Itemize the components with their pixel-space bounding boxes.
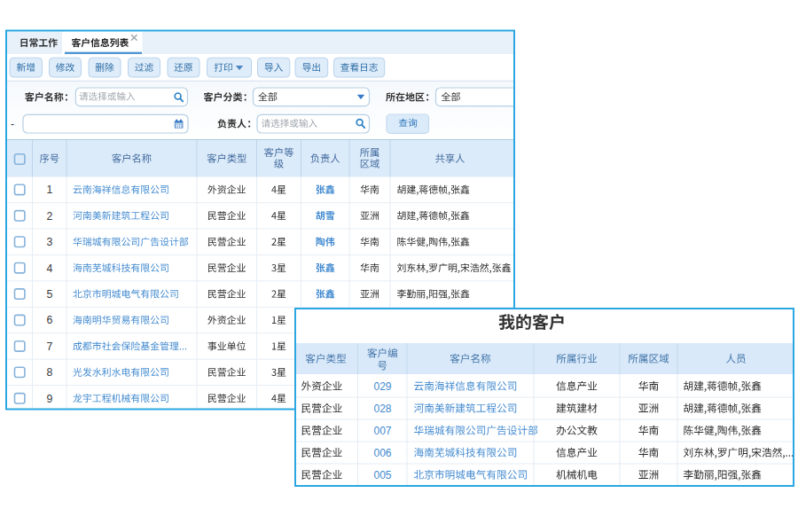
- svg-text:-: -: [11, 118, 14, 130]
- svg-text:007: 007: [373, 425, 391, 437]
- svg-text:028: 028: [373, 403, 391, 415]
- svg-text:5: 5: [46, 288, 52, 301]
- svg-text:1: 1: [46, 184, 52, 196]
- svg-text:7: 7: [46, 340, 52, 353]
- svg-text:8: 8: [46, 366, 52, 379]
- svg-text:9: 9: [46, 393, 52, 405]
- svg-text:4: 4: [46, 262, 52, 275]
- svg-text:005: 005: [373, 469, 391, 481]
- svg-text:2: 2: [46, 210, 52, 223]
- svg-text:6: 6: [46, 314, 52, 326]
- svg-text:029: 029: [373, 380, 391, 393]
- svg-text:006: 006: [373, 447, 391, 459]
- svg-text:3: 3: [46, 236, 52, 248]
